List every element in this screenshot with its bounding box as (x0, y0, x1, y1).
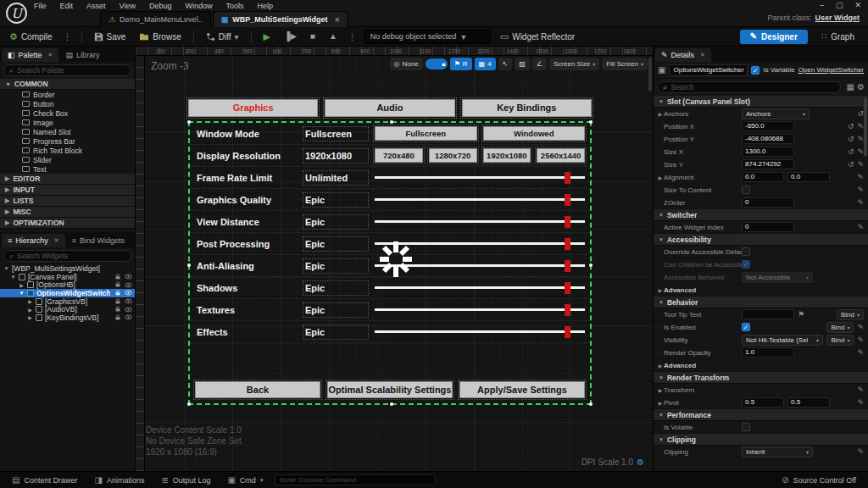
can-children-accessible-checkbox[interactable]: ✓ (742, 260, 750, 269)
section-render-transform[interactable]: ▼Render Transform (654, 372, 868, 384)
eye-icon[interactable] (125, 274, 132, 280)
resolution-1920x1080-button[interactable]: 1920x1080 (483, 148, 531, 163)
textures-slider[interactable] (375, 303, 585, 317)
outline-toggle-button[interactable]: ∠ (532, 58, 547, 70)
selection-handle[interactable] (187, 120, 191, 124)
render-opacity-input[interactable]: 1.0 (742, 347, 794, 358)
selection-handle[interactable] (390, 120, 393, 124)
maximize-button[interactable]: ▢ (836, 1, 843, 9)
menu-item[interactable]: File (34, 2, 47, 10)
select-tool-button[interactable]: ↖ (498, 58, 513, 70)
menu-item[interactable]: View (120, 2, 136, 10)
selection-handle[interactable] (187, 402, 191, 406)
hierarchy-item-graphicsvb[interactable]: ▶ [GraphicsVB] (0, 297, 135, 306)
palette-item[interactable]: Rich Text Block (0, 146, 135, 155)
selection-handle[interactable] (390, 402, 393, 406)
palette-item[interactable]: Progress Bar (0, 136, 135, 146)
key-bindings-tab-button[interactable]: Key Bindings (462, 99, 592, 117)
hierarchy-item-canvas-panel[interactable]: ▼ [Canvas Panel] (0, 273, 135, 281)
hierarchy-item-audiovb[interactable]: ▶ [AudioVB] (0, 305, 135, 313)
eye-icon[interactable] (125, 307, 132, 313)
bind-property-icon[interactable]: ✎ (857, 447, 864, 456)
slider-handle[interactable] (565, 238, 570, 250)
is-variable-checkbox[interactable]: ✓ (751, 66, 760, 75)
designer-mode-button[interactable]: ✎ Designer (740, 30, 808, 44)
palette-search-input[interactable] (17, 66, 125, 75)
grid-snap-button[interactable]: ▦ 4 (475, 58, 496, 70)
menu-item[interactable]: Tools (225, 2, 243, 10)
menu-item[interactable]: Debug (149, 2, 172, 10)
selection-handle[interactable] (589, 402, 593, 406)
reset-icon[interactable]: ↺ (857, 109, 864, 118)
active-widget-index-input[interactable]: 0 (742, 222, 794, 232)
pivot-x-input[interactable]: 0.5 (742, 397, 784, 408)
pivot-y-input[interactable]: 0.5 (787, 397, 830, 408)
cmd-dropdown[interactable]: ▣ Cmd ▾ (222, 476, 268, 485)
frame-skip-button[interactable]: ▐▶ (280, 30, 301, 42)
debug-object-dropdown[interactable]: No debug object selected ▾ (364, 30, 491, 44)
resolution-2560x1440-button[interactable]: 2560x1440 (537, 148, 585, 163)
chevron-right-icon[interactable]: ▶ (657, 387, 664, 393)
tab-library[interactable]: ▤ Library (59, 48, 105, 62)
back-button[interactable]: Back (195, 381, 320, 398)
size-x-input[interactable]: 1300.0 (742, 147, 794, 157)
slider-handle[interactable] (565, 216, 570, 228)
eject-button[interactable]: ▲ (325, 30, 342, 42)
palette-item[interactable]: Named Slot (0, 127, 135, 136)
save-button[interactable]: Save (90, 30, 131, 43)
lock-icon[interactable] (114, 290, 121, 297)
section-performance[interactable]: ▼Performance (654, 409, 868, 421)
resolution-1280x720-button[interactable]: 1280x720 (429, 148, 477, 163)
lock-icon[interactable] (114, 298, 121, 305)
bind-property-icon[interactable]: ✎ (857, 135, 864, 143)
browse-button[interactable]: Browse (135, 30, 185, 43)
menu-item[interactable]: Asset (86, 2, 106, 10)
source-control-button[interactable]: ⊘ Source Control Off (776, 476, 861, 485)
slider-handle[interactable] (565, 282, 570, 294)
eye-icon[interactable] (125, 298, 132, 304)
widget-name-input[interactable]: OptionsWidgetSwitcher (669, 64, 748, 76)
tab-bind-widgets[interactable]: ≡ Bind Widgets (66, 234, 131, 247)
slider-handle[interactable] (565, 194, 570, 206)
palette-item[interactable]: Slider (0, 155, 135, 164)
eye-icon[interactable] (125, 282, 132, 288)
palette-item[interactable]: Check Box (0, 108, 135, 118)
details-scrollbar[interactable] (864, 97, 867, 157)
hierarchy-item-keybindingsvb[interactable]: ▶ [KeyBindingsVB] (0, 313, 135, 322)
chevron-right-icon[interactable]: ▶ (657, 400, 664, 406)
hierarchy-item-optionswidgetswitcher[interactable]: ▼ OptionsWidgetSwitcher (0, 289, 135, 297)
minimize-button[interactable]: – (820, 1, 824, 9)
tab-hierarchy[interactable]: ≡ Hierarchy ✕ (2, 234, 65, 247)
resolution-720x480-button[interactable]: 720x480 (375, 148, 423, 163)
row-advanced-accessibility[interactable]: ▶ Advanced (654, 284, 868, 297)
bind-property-icon[interactable]: ✎ (857, 385, 864, 394)
anchors-dropdown[interactable]: Anchors▾ (742, 108, 810, 119)
zorder-input[interactable]: 0 (742, 197, 794, 208)
tab-details[interactable]: ✎ Details ✕ (655, 48, 711, 62)
shadows-slider[interactable] (375, 281, 585, 295)
eye-icon[interactable] (125, 314, 132, 320)
stop-button[interactable]: ■ (306, 30, 320, 42)
fullscreen-button[interactable]: Fullscreen (375, 126, 477, 141)
clipping-dropdown[interactable]: Inherit▾ (742, 446, 813, 458)
localization-preview-button[interactable]: ◎ None (390, 58, 423, 70)
lock-icon[interactable] (114, 274, 121, 280)
lock-icon[interactable] (114, 281, 121, 288)
chevron-right-icon[interactable]: ▶ (657, 175, 664, 180)
palette-item[interactable]: Image (0, 118, 135, 127)
console-command-box[interactable] (275, 474, 436, 485)
hierarchy-search[interactable]: ⌕ (3, 250, 131, 262)
position-y-input[interactable]: -408.080688 (742, 134, 794, 144)
palette-section-common[interactable]: ▼ COMMON (0, 79, 135, 90)
bind-property-icon[interactable]: ✎ (857, 348, 864, 357)
slider-handle[interactable] (565, 304, 570, 316)
compile-button[interactable]: ⚙ Compile (5, 30, 57, 43)
bind-property-icon[interactable]: ✎ (857, 122, 864, 130)
selection-handle[interactable] (589, 120, 593, 124)
respect-locks-button[interactable]: ⚑ R (450, 58, 472, 70)
eye-icon[interactable] (125, 290, 132, 296)
palette-search[interactable]: ⌕ (3, 64, 131, 76)
reset-icon[interactable]: ↺ (848, 160, 854, 169)
palette-section-collapsed[interactable]: ▶ LISTS (0, 196, 135, 207)
tool-tip-text-input[interactable] (742, 309, 794, 319)
